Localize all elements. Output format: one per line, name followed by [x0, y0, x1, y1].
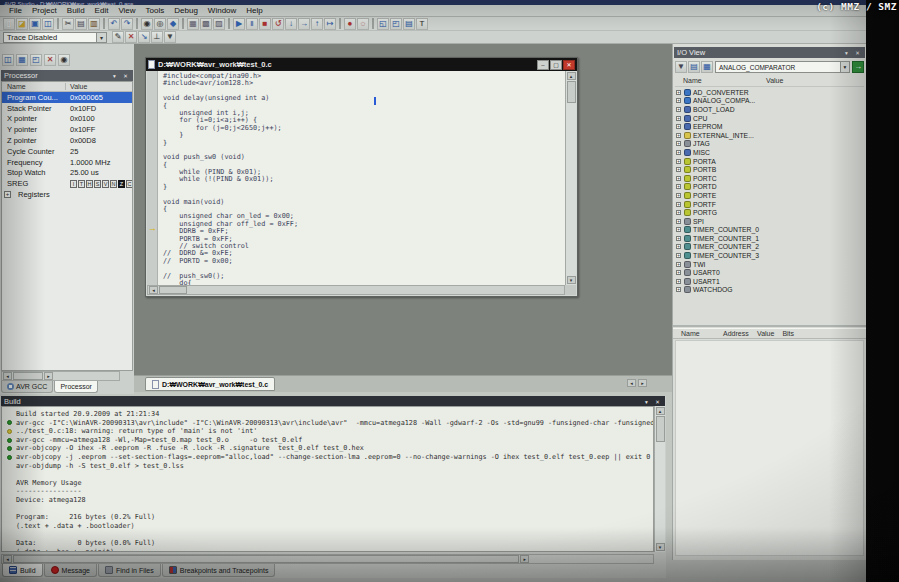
io-tree-item[interactable]: PORTG [675, 208, 864, 217]
save-file-icon[interactable]: ▣ [29, 18, 41, 30]
expander-icon[interactable] [4, 191, 11, 198]
find-icon[interactable]: ◉ [141, 18, 153, 30]
menu-tools[interactable]: Tools [141, 6, 170, 15]
trace-jump-icon[interactable]: ↘ [138, 31, 150, 43]
expander-icon[interactable] [676, 219, 681, 224]
expander-icon[interactable] [676, 167, 681, 172]
scroll-down-icon[interactable]: ▾ [567, 276, 576, 284]
processor-hscrollbar[interactable]: ◂ ▸ [1, 371, 120, 381]
sreg-flag[interactable]: S [94, 180, 101, 188]
expander-icon[interactable] [676, 210, 681, 215]
io-tree-item[interactable]: BOOT_LOAD [675, 105, 864, 114]
code-line[interactable]: } [163, 184, 565, 191]
io-tree-item[interactable]: WATCHDOG [675, 286, 864, 295]
io-tree-item[interactable]: TIMER_COUNTER_0 [675, 226, 864, 235]
io-tree-item[interactable]: MISC [675, 148, 864, 157]
delete-watch-icon[interactable]: ✕ [44, 54, 56, 66]
editor-vscrollbar[interactable]: ▴ ▾ [565, 71, 576, 285]
tab-processor[interactable]: Processor [54, 381, 98, 393]
rebuild-icon[interactable]: ▨ [213, 18, 225, 30]
processor-row[interactable]: Stack Pointer 0x10FD [2, 103, 132, 114]
sreg-flag[interactable]: T [78, 180, 85, 188]
menu-view[interactable]: View [113, 6, 140, 15]
tab-avr-gcc[interactable]: AVR GCC [1, 381, 53, 393]
scroll-down-icon[interactable]: ▾ [656, 543, 665, 551]
open-file-icon[interactable]: ◪ [16, 18, 28, 30]
panel-close-icon[interactable]: ✕ [653, 398, 662, 406]
expander-icon[interactable] [676, 184, 681, 189]
new-file-icon[interactable]: ▯ [3, 18, 15, 30]
tile-windows-icon[interactable]: ◰ [390, 18, 402, 30]
clear-trace-icon[interactable]: ✕ [125, 31, 137, 43]
menu-edit[interactable]: Edit [90, 6, 114, 15]
expander-icon[interactable] [676, 270, 681, 275]
step-over-icon[interactable]: → [298, 18, 310, 30]
processor-row[interactable]: Stop Watch 25.00 us [2, 168, 132, 179]
expander-icon[interactable] [676, 150, 681, 155]
expander-icon[interactable] [676, 236, 681, 241]
separator[interactable] [136, 18, 138, 29]
remove-breakpoints-icon[interactable]: ◌ [357, 18, 369, 30]
io-tree-item[interactable]: USART0 [675, 268, 864, 277]
scroll-thumb[interactable] [13, 555, 519, 563]
minimize-icon[interactable]: – [537, 60, 549, 70]
sreg-flag[interactable]: N [110, 180, 117, 188]
menu-project[interactable]: Project [27, 6, 62, 15]
step-into-icon[interactable]: ↓ [285, 18, 297, 30]
expander-icon[interactable] [676, 262, 681, 267]
document-tab[interactable]: D:₩WORK₩avr_work₩test_0.c [145, 377, 275, 391]
maximize-icon[interactable]: ▢ [550, 60, 562, 70]
scroll-thumb[interactable] [13, 372, 43, 380]
editor-margin[interactable]: → [147, 71, 158, 285]
step-out-icon[interactable]: ↑ [311, 18, 323, 30]
text-size-icon[interactable]: T [416, 18, 428, 30]
editor-hscrollbar[interactable]: ◂ [147, 285, 565, 295]
panel-menu-icon[interactable]: ▾ [642, 398, 651, 406]
view-details-icon[interactable]: ▦ [701, 61, 713, 73]
watch-window-icon[interactable]: ◫ [2, 54, 14, 66]
sreg-flag[interactable]: Z [118, 180, 125, 188]
io-tree-item[interactable]: PORTC [675, 174, 864, 183]
build-icon[interactable]: ▩ [200, 18, 212, 30]
paste-icon[interactable]: ▥ [88, 18, 100, 30]
expander-icon[interactable] [676, 227, 681, 232]
sreg-flag[interactable]: I [70, 180, 77, 188]
code-line[interactable]: void main(void) [163, 199, 565, 206]
io-tree-item[interactable]: TIMER_COUNTER_2 [675, 243, 864, 252]
panel-close-icon[interactable]: ✕ [121, 72, 130, 80]
pause-icon[interactable]: ‖ [246, 18, 258, 30]
expander-icon[interactable] [676, 107, 681, 112]
code-line[interactable]: } [163, 132, 565, 139]
sreg-flag[interactable]: V [102, 180, 109, 188]
menu-debug[interactable]: Debug [169, 6, 203, 15]
build-vscrollbar[interactable]: ▴ ▾ [654, 406, 665, 552]
tab-scroll-left-icon[interactable]: ◂ [627, 379, 636, 387]
io-tree-item[interactable]: EXTERNAL_INTE... [675, 131, 864, 140]
run-to-cursor-icon[interactable]: ↦ [324, 18, 336, 30]
reset-icon[interactable]: ↺ [272, 18, 284, 30]
chevron-down-icon[interactable]: ▾ [96, 33, 106, 42]
processor-row-sreg[interactable]: SREG ITHSVNZC [2, 178, 132, 189]
expander-icon[interactable] [676, 287, 681, 292]
undo-icon[interactable]: ↶ [108, 18, 120, 30]
code-line[interactable]: // push_sw0(); [163, 273, 565, 280]
scroll-left-icon[interactable]: ◂ [149, 286, 158, 294]
save-all-icon[interactable]: ◫ [42, 18, 54, 30]
scroll-right-icon[interactable]: ▸ [520, 555, 529, 563]
panel-menu-icon[interactable]: ▾ [842, 49, 851, 57]
expander-icon[interactable] [676, 116, 681, 121]
tab-message[interactable]: Message [44, 564, 97, 577]
expander-icon[interactable] [676, 202, 681, 207]
io-tree-item[interactable]: USART1 [675, 277, 864, 286]
code-area[interactable]: #include<compat/ina90.h>#include<avr/iom… [159, 71, 565, 285]
expander-icon[interactable] [676, 176, 681, 181]
code-line[interactable]: // PORTD = 0x00; [163, 258, 565, 265]
cut-icon[interactable]: ✂ [62, 18, 74, 30]
trace-combo[interactable]: Trace Disabled ▾ [3, 32, 107, 43]
separator[interactable] [228, 18, 230, 29]
processor-row[interactable]: Y pointer 0x10FF [2, 124, 132, 135]
panel-menu-icon[interactable]: ▾ [110, 72, 119, 80]
view-list-icon[interactable]: ▤ [688, 61, 700, 73]
cascade-windows-icon[interactable]: ◱ [377, 18, 389, 30]
processor-row[interactable]: Z pointer 0x00D8 [2, 135, 132, 146]
